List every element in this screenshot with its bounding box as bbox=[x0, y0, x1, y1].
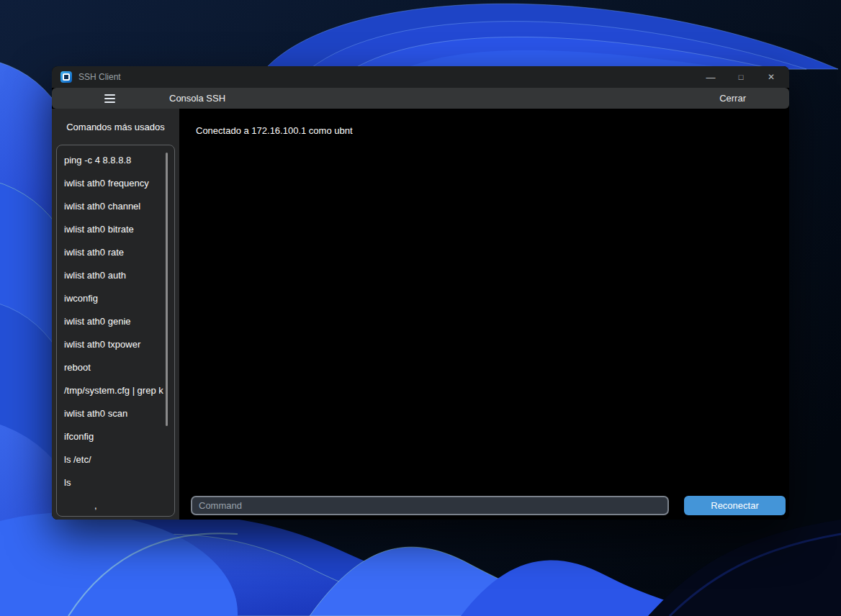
command-list-item[interactable]: ls /etc/ bbox=[57, 448, 174, 471]
command-label: iwlist ath0 txpower bbox=[64, 339, 140, 350]
command-label: ls /etc/ bbox=[64, 454, 91, 465]
menu-button[interactable] bbox=[99, 88, 120, 109]
command-label: iwlist ath0 scan bbox=[64, 408, 127, 419]
command-list-item[interactable]: iwlist ath0 frequency bbox=[57, 171, 174, 194]
close-button[interactable]: ✕ bbox=[756, 66, 786, 88]
command-list-item[interactable]: ls bbox=[57, 471, 174, 494]
command-list-item[interactable]: iwlist ath0 scan bbox=[57, 402, 174, 425]
console-output: Conectado a 172.16.100.1 como ubnt bbox=[196, 125, 353, 136]
command-label: reboot bbox=[64, 362, 91, 373]
command-list-item[interactable]: /tmp/system.cfg | grep k bbox=[57, 379, 174, 402]
window-controls: — □ ✕ bbox=[696, 66, 789, 88]
titlebar[interactable]: SSH Client — □ ✕ bbox=[52, 66, 789, 88]
command-list-item[interactable]: reboot bbox=[57, 355, 174, 379]
command-label: iwlist ath0 frequency bbox=[64, 178, 149, 189]
command-list-item[interactable]: ifconfig bbox=[57, 425, 174, 448]
sidebar-header: Comandos más usados bbox=[52, 109, 179, 145]
cerrar-button[interactable]: Cerrar bbox=[716, 88, 749, 109]
window-content: Comandos más usados ping -c 4 8.8.8.8 iw… bbox=[52, 109, 789, 520]
toolbar-title: Consola SSH bbox=[169, 88, 225, 109]
minimize-icon: — bbox=[706, 72, 716, 83]
command-label: ifconfig bbox=[64, 431, 94, 442]
command-label: iwconfig bbox=[64, 293, 98, 304]
command-label: ls bbox=[64, 477, 71, 488]
hamburger-icon bbox=[104, 98, 115, 99]
command-bar: Reconectar bbox=[191, 496, 786, 515]
command-list-item[interactable]: iwlist ath0 channel bbox=[57, 194, 174, 217]
command-list-item[interactable]: ping -c 4 8.8.8.8 bbox=[57, 148, 174, 171]
maximize-button[interactable]: □ bbox=[726, 66, 756, 88]
command-label: iwlist ath0 bitrate bbox=[64, 224, 134, 235]
window-title: SSH Client bbox=[78, 72, 121, 82]
reconnect-button[interactable]: Reconectar bbox=[684, 496, 786, 515]
desktop: SSH Client — □ ✕ Consola SSH Cerrar bbox=[0, 0, 841, 616]
command-label: , bbox=[94, 500, 97, 511]
toolbar: Consola SSH Cerrar bbox=[52, 88, 789, 109]
command-list-item[interactable]: iwlist ath0 bitrate bbox=[57, 217, 174, 240]
command-input[interactable] bbox=[191, 496, 669, 515]
command-label: iwlist ath0 rate bbox=[64, 247, 124, 258]
command-label: /tmp/system.cfg | grep k bbox=[64, 385, 163, 396]
ssh-client-window: SSH Client — □ ✕ Consola SSH Cerrar bbox=[52, 66, 789, 520]
command-list-item[interactable]: iwconfig bbox=[57, 286, 174, 309]
app-icon bbox=[60, 71, 72, 83]
command-list-item[interactable]: iwlist ath0 auth bbox=[57, 263, 174, 286]
command-list: ping -c 4 8.8.8.8 iwlist ath0 frequency … bbox=[56, 145, 175, 517]
command-list-item[interactable]: iwlist ath0 txpower bbox=[57, 332, 174, 355]
maximize-icon: □ bbox=[739, 73, 744, 81]
command-label: iwlist ath0 channel bbox=[64, 201, 140, 212]
command-label: iwlist ath0 auth bbox=[64, 270, 126, 281]
command-label: iwlist ath0 genie bbox=[64, 316, 131, 327]
close-icon: ✕ bbox=[768, 72, 775, 82]
command-list-item[interactable]: iwlist ath0 rate bbox=[57, 240, 174, 263]
console-area: Conectado a 172.16.100.1 como ubnt Recon… bbox=[179, 109, 789, 520]
sidebar: Comandos más usados ping -c 4 8.8.8.8 iw… bbox=[52, 109, 179, 520]
scrollbar-thumb[interactable] bbox=[166, 153, 168, 426]
command-list-item[interactable]: iwlist ath0 genie bbox=[57, 309, 174, 332]
minimize-button[interactable]: — bbox=[696, 66, 726, 88]
command-label: ping -c 4 8.8.8.8 bbox=[64, 155, 131, 166]
command-list-item[interactable]: , bbox=[57, 494, 174, 517]
